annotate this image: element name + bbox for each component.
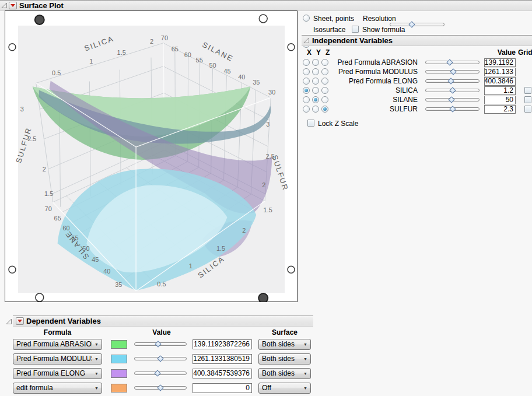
x-radio[interactable] — [303, 68, 310, 75]
x-radio[interactable] — [303, 106, 310, 113]
z-radio[interactable] — [321, 106, 328, 113]
surface-dropdown[interactable]: Off▼ — [258, 383, 311, 394]
value-slider[interactable] — [134, 384, 187, 392]
x-radio[interactable] — [303, 87, 310, 94]
chevron-down-icon: ▼ — [303, 357, 307, 361]
z-radio[interactable] — [321, 96, 328, 103]
x-radio[interactable] — [303, 78, 310, 85]
svg-text:1.5: 1.5 — [117, 49, 126, 56]
chevron-down-icon: ▼ — [94, 357, 99, 361]
dependent-rows: Pred Formula ABRASION▼ 139.11923872266 B… — [13, 338, 311, 396]
surface-dropdown[interactable]: Both sides▼ — [258, 368, 311, 379]
dependent-variables-title: Dependent Variables — [26, 317, 101, 325]
col-header-x: X — [307, 48, 312, 57]
show-formula-checkbox[interactable] — [352, 26, 359, 33]
col-header-z: Z — [326, 48, 330, 57]
sheet-points-radio[interactable] — [303, 15, 310, 22]
value-field[interactable]: 2.3 — [484, 105, 516, 114]
grid-checkbox[interactable] — [524, 96, 531, 103]
col-header-value: Value — [467, 48, 516, 57]
surface-dropdown[interactable]: Both sides▼ — [258, 339, 311, 350]
z-radio[interactable] — [321, 59, 328, 66]
formula-dropdown[interactable]: Pred Formula ELONG▼ — [13, 368, 102, 379]
rotation-handle[interactable] — [288, 266, 295, 273]
rotation-handle[interactable] — [36, 293, 44, 302]
value-field[interactable]: 1261.1331380519 — [192, 354, 252, 364]
disclosure-triangle-icon[interactable] — [1, 2, 8, 9]
grid-checkbox[interactable] — [524, 106, 531, 113]
value-slider[interactable] — [425, 68, 480, 76]
rotation-handle[interactable] — [288, 44, 295, 51]
y-radio[interactable] — [312, 96, 319, 103]
value-field[interactable]: 400.3846 — [484, 77, 516, 86]
z-radio[interactable] — [321, 68, 328, 75]
variable-label: Pred Formula ELONG — [331, 77, 418, 85]
lock-z-scale-checkbox[interactable] — [307, 120, 314, 127]
svg-text:2: 2 — [242, 227, 246, 234]
dependent-variables-header: Dependent Variables — [13, 316, 313, 327]
y-radio[interactable] — [312, 87, 319, 94]
value-field[interactable]: 400.38457539376 — [192, 369, 252, 379]
formula-dropdown[interactable]: Pred Formula MODULUS▼ — [13, 353, 102, 365]
rotation-handle[interactable] — [9, 266, 16, 273]
value-field[interactable]: 50 — [484, 96, 516, 104]
isosurface-label: Isosurface — [313, 26, 345, 34]
y-radio[interactable] — [312, 106, 319, 113]
rotation-handle-filled[interactable] — [35, 15, 44, 24]
formula-dropdown[interactable]: Pred Formula ABRASION▼ — [13, 339, 102, 350]
value-field[interactable]: 0 — [192, 383, 252, 393]
surface-color-swatch[interactable] — [111, 384, 127, 393]
svg-text:35: 35 — [115, 281, 122, 288]
svg-text:50: 50 — [209, 62, 216, 69]
value-slider[interactable] — [425, 77, 480, 85]
surface-color-swatch[interactable] — [111, 355, 127, 363]
rotation-handle-filled[interactable] — [258, 293, 268, 302]
grid-checkbox[interactable] — [524, 87, 531, 94]
x-radio[interactable] — [303, 59, 310, 66]
value-slider[interactable] — [425, 58, 480, 66]
svg-text:65: 65 — [172, 45, 178, 52]
rotation-handle[interactable] — [9, 44, 16, 51]
rotation-handle[interactable] — [259, 15, 267, 23]
formula-dropdown[interactable]: edit formula▼ — [13, 383, 102, 394]
svg-text:0.5: 0.5 — [157, 281, 166, 288]
y-radio[interactable] — [312, 68, 319, 75]
col-header-surface: Surface — [258, 328, 311, 337]
surface-color-swatch[interactable] — [111, 369, 127, 378]
svg-text:30: 30 — [268, 89, 275, 96]
surface-dropdown[interactable]: Both sides▼ — [258, 353, 311, 365]
value-field[interactable]: 139.11923872266 — [192, 339, 252, 349]
red-triangle-menu-button[interactable] — [9, 2, 17, 9]
value-field[interactable]: 1.2 — [484, 86, 516, 95]
svg-text:3: 3 — [266, 121, 270, 128]
formula-dropdown-label: edit formula — [16, 384, 92, 392]
z-radio[interactable] — [321, 78, 328, 85]
z-radio[interactable] — [321, 87, 328, 94]
surface-plot-3d[interactable]: 0.5 1 1.5 2 70 65 60 55 50 45 40 35 30 3… — [5, 10, 298, 302]
x-radio[interactable] — [303, 96, 310, 103]
surface-plot-window: Surface Plot — [0, 0, 532, 396]
value-slider[interactable] — [425, 96, 480, 104]
value-field[interactable]: 139.1192 — [484, 58, 516, 67]
y-radio[interactable] — [312, 78, 319, 85]
disclosure-triangle-icon[interactable] — [303, 37, 310, 44]
variable-label: Pred Formula ABRASION — [331, 58, 418, 66]
surface-color-swatch[interactable] — [111, 340, 127, 349]
independent-row: SILANE 50 — [303, 95, 531, 104]
red-triangle-menu-button[interactable] — [16, 317, 24, 325]
value-field[interactable]: 1261.133 — [484, 68, 516, 76]
variable-label: SULFUR — [331, 105, 418, 113]
svg-text:3: 3 — [20, 106, 24, 113]
disclosure-triangle-icon[interactable] — [6, 318, 12, 325]
value-slider[interactable] — [134, 340, 187, 348]
value-slider[interactable] — [425, 86, 480, 94]
value-slider[interactable] — [134, 369, 187, 377]
svg-text:2: 2 — [150, 38, 153, 45]
value-slider[interactable] — [425, 105, 480, 113]
svg-text:2: 2 — [262, 181, 265, 188]
value-slider[interactable] — [134, 355, 187, 363]
svg-text:60: 60 — [184, 51, 191, 58]
y-radio[interactable] — [312, 59, 319, 66]
svg-text:1: 1 — [189, 262, 192, 269]
independent-rows: Pred Formula ABRASION 139.1192 Pred Form… — [303, 58, 531, 114]
